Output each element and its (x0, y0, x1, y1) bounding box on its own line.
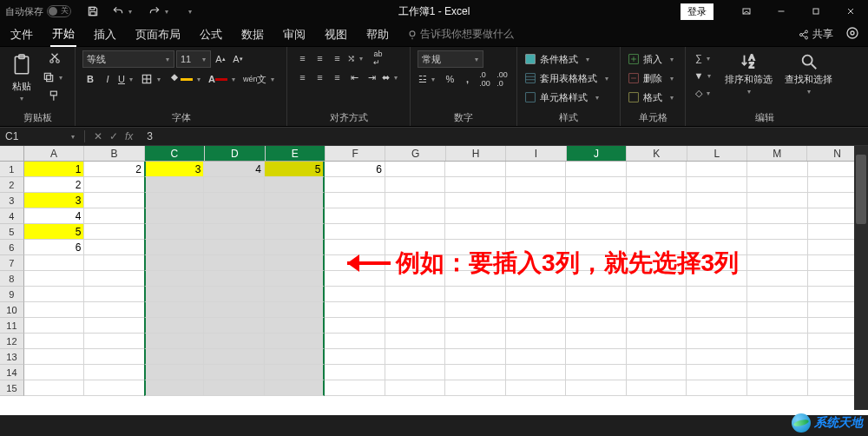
cell-M12[interactable] (747, 334, 808, 349)
cell-M2[interactable] (747, 177, 808, 193)
cell-F10[interactable] (325, 302, 385, 318)
cell-J12[interactable] (566, 334, 627, 349)
fill-icon[interactable]: ▼▾ (693, 68, 716, 83)
comma-icon[interactable]: , (459, 71, 475, 87)
close-icon[interactable] (833, 0, 868, 23)
format-painter-icon[interactable] (42, 89, 68, 104)
col-header-G[interactable]: G (385, 146, 445, 161)
cell-A6[interactable]: 6 (24, 240, 85, 255)
cell-H9[interactable] (445, 287, 506, 302)
cell-F4[interactable] (325, 208, 385, 224)
cell-E4[interactable] (265, 208, 326, 224)
col-header-K[interactable]: K (627, 146, 687, 161)
fill-color-icon[interactable]: ▾ (168, 71, 206, 87)
cell-I11[interactable] (506, 318, 567, 334)
cell-H6[interactable] (445, 240, 506, 255)
cell-J7[interactable] (566, 255, 627, 271)
cell-E8[interactable] (265, 271, 326, 287)
tab-formulas[interactable]: 公式 (198, 23, 224, 46)
ribbon-options-icon[interactable] (729, 0, 764, 23)
cell-G15[interactable] (385, 380, 446, 396)
col-header-H[interactable]: H (446, 146, 506, 161)
col-header-L[interactable]: L (687, 146, 747, 161)
cell-A3[interactable]: 3 (24, 193, 85, 208)
cell-A14[interactable] (24, 365, 85, 380)
row-header-7[interactable]: 7 (0, 255, 24, 271)
cell-G5[interactable] (385, 224, 446, 240)
cell-F2[interactable] (325, 177, 385, 193)
tab-page-layout[interactable]: 页面布局 (134, 23, 182, 46)
name-box[interactable]: C1▾ (0, 130, 85, 142)
underline-icon[interactable]: U▾ (117, 71, 138, 87)
cell-E2[interactable] (265, 177, 326, 193)
cell-M11[interactable] (747, 318, 808, 334)
cell-I1[interactable] (506, 162, 567, 177)
cell-I7[interactable] (506, 255, 567, 271)
cell-H7[interactable] (445, 255, 506, 271)
cell-J14[interactable] (566, 365, 627, 380)
cell-B14[interactable] (84, 365, 145, 380)
cell-K10[interactable] (627, 302, 687, 318)
cell-L15[interactable] (687, 380, 747, 396)
col-header-M[interactable]: M (747, 146, 807, 161)
cell-C14[interactable] (144, 365, 205, 380)
decrease-font-icon[interactable]: A▾ (230, 51, 246, 67)
cell-B10[interactable] (84, 302, 145, 318)
cell-L11[interactable] (687, 318, 747, 334)
col-header-I[interactable]: I (506, 146, 566, 161)
tab-home[interactable]: 开始 (50, 23, 76, 47)
row-header-14[interactable]: 14 (0, 365, 24, 380)
cell-G11[interactable] (385, 318, 446, 334)
cell-A12[interactable] (24, 334, 85, 349)
cell-I15[interactable] (506, 380, 567, 396)
cell-E7[interactable] (265, 255, 326, 271)
cell-M6[interactable] (747, 240, 808, 255)
row-header-9[interactable]: 9 (0, 287, 24, 302)
cell-J15[interactable] (566, 380, 627, 396)
cell-K12[interactable] (627, 334, 687, 349)
cell-J2[interactable] (566, 177, 627, 193)
paste-button[interactable]: 粘贴 ▾ (7, 50, 36, 104)
cell-G3[interactable] (385, 193, 446, 208)
cell-F14[interactable] (325, 365, 385, 380)
cell-B8[interactable] (84, 271, 145, 287)
autosave-toggle[interactable]: 自动保存 (0, 5, 76, 18)
cell-L3[interactable] (687, 193, 747, 208)
copy-icon[interactable]: ▾ (42, 69, 68, 85)
tell-me[interactable]: 告诉我你想要做什么 (406, 27, 514, 42)
cell-J10[interactable] (566, 302, 627, 318)
format-cells-button[interactable]: 格式▾ (628, 89, 678, 106)
cell-H3[interactable] (445, 193, 506, 208)
cell-H8[interactable] (445, 271, 506, 287)
cell-C9[interactable] (144, 287, 205, 302)
cell-M15[interactable] (747, 380, 808, 396)
confirm-edit-icon[interactable]: ✓ (109, 130, 118, 142)
undo-icon[interactable]: ▾ (111, 3, 137, 19)
cell-L10[interactable] (687, 302, 747, 318)
currency-icon[interactable]: ☳▾ (418, 71, 440, 87)
col-header-A[interactable]: A (24, 146, 84, 161)
cell-B2[interactable] (84, 177, 145, 193)
align-left-icon[interactable]: ≡ (294, 69, 310, 85)
cell-D15[interactable] (204, 380, 265, 396)
row-header-12[interactable]: 12 (0, 334, 24, 349)
cell-L6[interactable] (687, 240, 747, 255)
phonetic-icon[interactable]: wén文▾ (242, 71, 280, 87)
cell-A4[interactable]: 4 (24, 208, 85, 224)
cell-F15[interactable] (325, 380, 385, 396)
cell-B4[interactable] (84, 208, 145, 224)
align-right-icon[interactable]: ≡ (329, 69, 345, 85)
cell-I8[interactable] (506, 271, 567, 287)
cell-K2[interactable] (627, 177, 687, 193)
cell-K11[interactable] (627, 318, 687, 334)
number-format-combo[interactable]: ▾ (418, 50, 483, 68)
cell-H5[interactable] (445, 224, 506, 240)
col-header-E[interactable]: E (266, 146, 326, 161)
cell-I12[interactable] (506, 334, 567, 349)
cell-K3[interactable] (627, 193, 687, 208)
cell-J13[interactable] (566, 349, 627, 365)
cut-icon[interactable] (42, 50, 68, 66)
cell-I14[interactable] (506, 365, 567, 380)
cell-L2[interactable] (687, 177, 747, 193)
cell-A10[interactable] (24, 302, 85, 318)
